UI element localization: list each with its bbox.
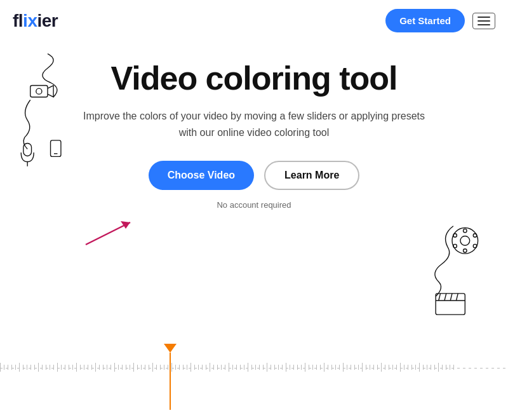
no-account-label: No account required [217,200,291,210]
svg-marker-20 [121,221,130,229]
learn-more-button[interactable]: Learn More [264,161,359,190]
nav-actions: Get Started [385,9,495,32]
svg-point-10 [453,234,457,238]
timeline-section [0,344,508,420]
svg-line-17 [444,294,446,301]
svg-point-7 [460,236,470,245]
hamburger-line-1 [478,17,490,18]
logo-text: fl [13,11,23,30]
svg-line-19 [456,294,458,301]
svg-point-9 [464,249,467,253]
hamburger-menu-button[interactable] [472,13,495,29]
navigation: flixier Get Started [0,0,508,41]
hamburger-line-2 [478,20,490,22]
svg-point-6 [452,228,478,254]
hamburger-line-3 [478,24,490,25]
svg-point-8 [464,229,467,233]
hero-subtitle: Improve the colors of your video by movi… [76,108,432,140]
timeline-ticks [0,363,508,372]
playhead [164,344,177,410]
brand-logo[interactable]: flixier [13,11,58,31]
cta-arrow [83,216,146,248]
logo-text-end: ier [37,11,58,30]
svg-line-16 [439,294,441,301]
hero-title: Video coloring tool [111,60,398,97]
hero-section: Video coloring tool Improve the colors o… [0,41,508,210]
svg-line-18 [450,294,452,301]
playhead-marker [164,344,177,353]
cta-buttons-row: Choose Video Learn More [149,161,360,190]
get-started-button[interactable]: Get Started [385,9,465,32]
svg-point-12 [453,244,457,248]
playhead-line [170,353,171,410]
svg-point-11 [473,234,477,238]
svg-point-13 [473,244,477,248]
right-doodle-lines [406,222,483,318]
svg-rect-14 [436,294,465,315]
choose-video-button[interactable]: Choose Video [149,161,254,190]
